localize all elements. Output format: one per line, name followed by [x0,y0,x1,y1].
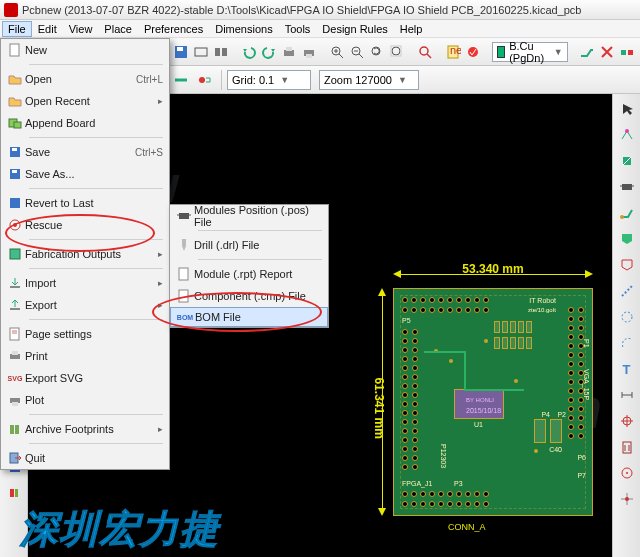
autoroute-button[interactable] [618,41,636,63]
svg-rect-1 [177,47,183,51]
svg-rect-66 [10,44,19,56]
menu-edit[interactable]: Edit [32,21,63,37]
menu-new[interactable]: New [1,39,169,61]
svg-rect-86 [10,425,14,434]
menu-plot[interactable]: Plot [1,389,169,411]
menu-fabrication-outputs[interactable]: Fabrication Outputs▸ [1,243,169,265]
local-ratsnest-icon[interactable] [616,150,638,172]
add-dimension-icon[interactable] [616,384,638,406]
svg-rect-42 [10,489,14,497]
svg-rect-58 [623,442,631,453]
menu-print[interactable]: Print [1,345,169,367]
silk-ref: FPGA_J1 [402,480,432,487]
svg-line-10 [339,54,343,58]
place-origin-icon[interactable] [616,462,638,484]
menu-preferences[interactable]: Preferences [138,21,209,37]
submenu-drill[interactable]: Drill (.drl) File [170,234,328,256]
menu-design-rules[interactable]: Design Rules [316,21,393,37]
menu-open[interactable]: OpenCtrl+L [1,68,169,90]
zoom-redraw-button[interactable] [368,41,386,63]
menu-export[interactable]: Export▸ [1,294,169,316]
menu-append-board[interactable]: Append Board [1,112,169,134]
svg-rect-83 [12,351,18,355]
menu-tools[interactable]: Tools [279,21,317,37]
menu-save[interactable]: SaveCtrl+S [1,141,169,163]
svg-line-20 [427,54,431,58]
svg-line-14 [359,54,363,58]
menu-rescue[interactable]: Rescue [1,214,169,236]
mode-track-button[interactable] [578,41,596,63]
menu-export-svg[interactable]: SVGExport SVG [1,367,169,389]
svg-point-23 [468,47,478,57]
via-size-button[interactable] [194,69,216,91]
add-keepout-icon[interactable] [616,254,638,276]
module-editor-button[interactable] [192,41,210,63]
menu-import[interactable]: Import▸ [1,272,169,294]
menu-page-settings[interactable]: Page settings [1,323,169,345]
delete-icon[interactable] [616,436,638,458]
dimension-height-label: 61.341 mm [372,377,386,438]
silk-ref: U1 [474,421,483,428]
arrow-icon[interactable] [616,98,638,120]
add-zone-icon[interactable] [616,228,638,250]
save-button[interactable] [172,41,190,63]
silk-ref: P6 [577,454,586,461]
menu-view[interactable]: View [63,21,99,37]
zoom-in-button[interactable] [328,41,346,63]
track-width-button[interactable] [170,69,192,91]
add-track-icon[interactable] [616,202,638,224]
drc-button[interactable] [464,41,482,63]
zoom-fit-button[interactable] [388,41,406,63]
svg-rect-43 [15,489,18,497]
add-target-icon[interactable] [616,410,638,432]
silk-ref: P1 [583,339,590,348]
svg-rect-93 [179,268,188,280]
grid-origin-icon[interactable] [616,488,638,510]
menu-help[interactable]: Help [394,21,429,37]
add-module-icon[interactable] [616,176,638,198]
add-line-icon[interactable] [616,280,638,302]
submenu-bom[interactable]: BOMBOM File [170,307,328,327]
menu-quit[interactable]: Quit [1,447,169,469]
netlist-button[interactable]: net [444,41,462,63]
svg-rect-85 [12,402,18,406]
submenu-module-rpt[interactable]: Module (.rpt) Report [170,263,328,285]
highlight-net-icon[interactable] [616,124,638,146]
svg-rect-78 [10,308,20,310]
print-button[interactable] [280,41,298,63]
svg-point-65 [625,497,629,501]
silk-text: BY HONLI [466,397,494,403]
plot-button[interactable] [300,41,318,63]
silk-ref: C40 [549,446,562,453]
svg-point-49 [620,215,624,219]
microwave-icon[interactable] [3,482,25,504]
pcb-board: P5 VGA_15P P1 FPGA_J1 P3 C40 P6 P7 U1 P1… [393,288,593,516]
silk-ref: P4 [541,411,550,418]
svg-rect-87 [15,425,19,434]
grid-select[interactable]: Grid: 0.1 ▼ [227,70,311,90]
menu-revert[interactable]: Revert to Last [1,192,169,214]
svg-rect-94 [179,290,188,302]
zoom-select[interactable]: Zoom 127000 ▼ [319,70,419,90]
layer-select-label: B.Cu (PgDn) [509,40,548,64]
svg-rect-89 [179,213,189,219]
menu-place[interactable]: Place [98,21,138,37]
library-button[interactable] [212,41,230,63]
submenu-component-cmp[interactable]: Component (.cmp) File [170,285,328,307]
redo-button[interactable] [260,41,278,63]
mode-module-button[interactable] [598,41,616,63]
menu-dimensions[interactable]: Dimensions [209,21,278,37]
find-button[interactable] [416,41,434,63]
menu-open-recent[interactable]: Open Recent▸ [1,90,169,112]
layer-select[interactable]: B.Cu (PgDn) ▼ [492,42,568,62]
submenu-modules-pos[interactable]: Modules Position (.pos) File [170,205,328,227]
svg-rect-79 [10,328,19,340]
menu-file[interactable]: File [2,21,32,37]
add-circle-icon[interactable] [616,306,638,328]
add-text-icon[interactable]: T [616,358,638,380]
undo-button[interactable] [240,41,258,63]
add-arc-icon[interactable] [616,332,638,354]
menu-save-as[interactable]: Save As... [1,163,169,185]
zoom-out-button[interactable] [348,41,366,63]
menu-archive-footprints[interactable]: Archive Footprints▸ [1,418,169,440]
